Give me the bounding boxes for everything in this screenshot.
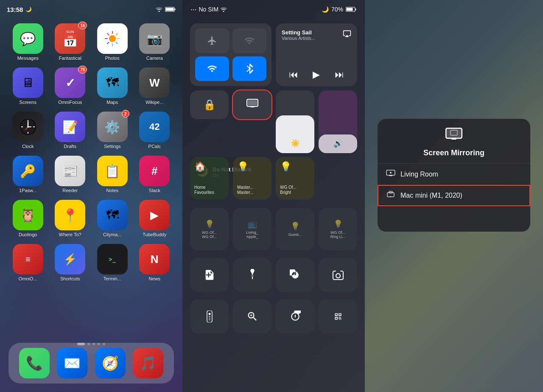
screens-label: Screens (20, 100, 36, 105)
zoom-button[interactable] (233, 300, 272, 333)
master-lights-tile[interactable]: 💡 Master... Master... (233, 157, 272, 199)
svg-rect-25 (355, 8, 356, 10)
wg-office-label: WG Of... WG Of... (202, 230, 217, 239)
airplane-mode-button[interactable] (195, 28, 229, 53)
app-drafts[interactable]: 📝 Drafts (51, 112, 90, 149)
bluetooth-button[interactable] (232, 56, 266, 81)
svg-rect-33 (209, 318, 210, 319)
app-tubebuddy[interactable]: ▶ TubeBuddy (135, 200, 174, 237)
sm-device-living-room[interactable]: Living Room (378, 164, 530, 185)
app-reeder[interactable]: 📰 Reeder (51, 156, 90, 193)
app-slack[interactable]: # Slack (135, 156, 174, 193)
wikipedia-label: Wikipe... (146, 100, 163, 105)
app-wikipedia[interactable]: W Wikipe... (135, 67, 174, 105)
app-pcalc[interactable]: 42 PCalc (135, 112, 174, 149)
timer-button[interactable] (276, 300, 314, 333)
cc-moon: 🌙 (322, 6, 329, 13)
dock-safari[interactable]: 🧭 (95, 348, 126, 378)
cc-carrier: ••• No SIM (191, 6, 227, 13)
app-citymaps[interactable]: 🗺 Cityma... (93, 200, 132, 237)
prev-track-button[interactable]: ⏮ (289, 69, 298, 80)
svg-rect-32 (209, 316, 210, 317)
master-label: Master... Master... (237, 185, 253, 195)
svg-point-22 (27, 126, 29, 128)
home-favourites-tile[interactable]: 🏠 Home Favourites (190, 157, 229, 199)
wg-office-bright-tile[interactable]: 💡 WG Of... Bright (276, 157, 314, 199)
camera-button[interactable] (319, 258, 357, 292)
volume-slider[interactable]: 🔊 (319, 90, 357, 153)
app-maps[interactable]: 🗺 Maps (93, 67, 132, 105)
svg-point-4 (109, 35, 116, 42)
app-fantastical[interactable]: SUN 📅 16 Fantastical (51, 23, 90, 61)
app-shortcuts[interactable]: ⚡ Shortcuts (51, 244, 90, 281)
svg-rect-9 (112, 43, 113, 46)
svg-point-41 (390, 172, 392, 174)
svg-rect-11 (105, 38, 108, 39)
cellular-button[interactable] (232, 28, 266, 53)
app-clock[interactable]: Clock (8, 112, 48, 149)
rotation-lock-icon: 🔒 (203, 99, 216, 111)
app-notes[interactable]: 📋 Notes (93, 156, 132, 193)
power-button[interactable] (276, 258, 314, 292)
pcalc-label: PCalc (148, 144, 161, 149)
maps-label: Maps (106, 100, 118, 105)
app-camera[interactable]: 📷 Camera (135, 23, 174, 61)
camera-icon: 📷 (139, 23, 170, 54)
sm-device-mac-mini[interactable]: Mac mini (M1, 2020) (378, 185, 530, 206)
play-pause-button[interactable]: ▶ (313, 69, 320, 80)
dock-mail[interactable]: ✉️ (57, 348, 87, 378)
rotation-lock-button[interactable]: 🔒 (190, 90, 229, 119)
qr-scanner-button[interactable] (319, 300, 357, 333)
omnioutliner-label: OmniO... (19, 276, 37, 281)
living-apple-label: Living_ Apple_ (246, 230, 258, 239)
app-omnifocus[interactable]: ✓ 78 OmniFocus (51, 67, 90, 105)
svg-rect-3 (166, 8, 174, 11)
shortcuts-label: Shortcuts (60, 276, 80, 281)
app-1password[interactable]: 🔑 1Pasw... (8, 156, 48, 193)
notes-label: Notes (106, 188, 118, 193)
omnifocus-label: OmniFocus (58, 100, 82, 105)
wifi-button[interactable] (195, 56, 229, 81)
dock-phone[interactable]: 📞 (19, 348, 50, 378)
dock-music[interactable]: 🎵 (133, 348, 163, 378)
mac-mini-name: Mac mini (M1, 2020) (400, 192, 462, 199)
flashlight-button[interactable] (233, 258, 272, 292)
cc-utility-section (190, 258, 357, 292)
next-track-button[interactable]: ⏭ (335, 69, 344, 80)
guest-light-tile[interactable]: 💡 Guest... (276, 208, 314, 250)
maps-icon: 🗺 (97, 67, 128, 98)
app-screens[interactable]: 🖥 Screens (8, 67, 48, 105)
app-messages[interactable]: 💬 Messages (8, 23, 48, 61)
app-whereto[interactable]: 📍 Where To? (51, 200, 90, 237)
wg-bright-bulb-icon: 💡 (280, 161, 291, 172)
signal-dots: ••• (191, 8, 197, 11)
app-settings[interactable]: ⚙️ 2 Settings (93, 112, 132, 149)
appletv-icon (386, 170, 395, 179)
ring-light-tile[interactable]: 💡 WG Of... Ring Li... (319, 208, 357, 250)
reeder-label: Reeder (62, 188, 78, 193)
music-title: Setting Sail (282, 29, 315, 36)
screen-mirror-button[interactable] (233, 90, 272, 119)
app-duolingo[interactable]: 🦉 Duolingo (8, 200, 48, 237)
status-time: 13:58 🌙 (7, 6, 32, 13)
app-omnioutliner[interactable]: ≡ OmniO... (8, 244, 48, 281)
remote-button[interactable] (190, 300, 229, 333)
app-photos[interactable]: Photos (93, 23, 132, 61)
duolingo-label: Duolingo (19, 232, 37, 237)
app-terminus[interactable]: >_ Termin... (93, 244, 132, 281)
omnifocus-badge: 78 (78, 66, 87, 73)
airplay-icon[interactable] (343, 29, 351, 40)
living-apple-tile[interactable]: 📺 Living_ Apple_ (233, 208, 272, 250)
music-artist: Various Artists... (282, 36, 315, 41)
brightness-slider[interactable]: ☀️ (276, 90, 314, 153)
wg-office-tile[interactable]: 💡 WG Of... WG Of... (190, 208, 229, 250)
note-add-button[interactable] (190, 258, 229, 292)
svg-rect-28 (248, 100, 257, 106)
omnioutliner-icon: ≡ (13, 244, 43, 274)
music-tile[interactable]: Setting Sail Various Artists... ⏮ ▶ ⏭ (276, 23, 357, 86)
svg-rect-2 (175, 8, 176, 10)
wikipedia-icon: W (139, 67, 170, 98)
ring-light-label: WG Of... Ring Li... (330, 230, 346, 239)
svg-rect-26 (347, 8, 353, 11)
app-news[interactable]: N News (135, 244, 174, 281)
